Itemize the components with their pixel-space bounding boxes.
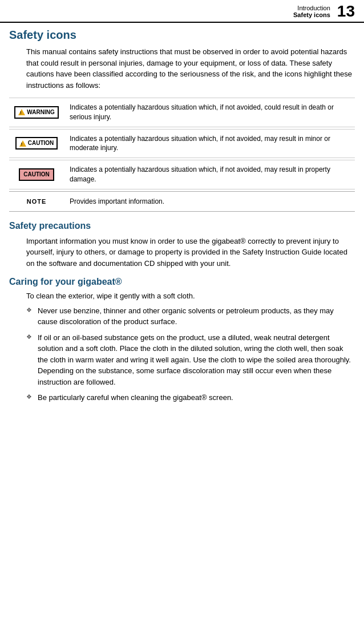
page-header: Introduction Safety icons 13 <box>0 0 364 23</box>
caution-red-badge: CAUTION <box>19 168 54 181</box>
note-badge: NOTE <box>27 198 47 205</box>
caution-yellow-row: CAUTION Indicates a potentially hazardou… <box>9 129 355 158</box>
bullet-item-2: If oil or an oil-based substance gets on… <box>26 332 355 388</box>
warning-badge: WARNING <box>14 106 58 119</box>
caution-red-badge-cell: CAUTION <box>9 160 66 189</box>
caution-yellow-badge-label: CAUTION <box>28 139 54 147</box>
note-badge-cell: NOTE <box>9 191 66 211</box>
caring-title: Caring for your gigabeat® <box>9 277 355 287</box>
safety-icons-intro: This manual contains safety instructions… <box>26 46 355 91</box>
safety-icons-title: Safety icons <box>9 29 355 42</box>
caution-red-badge-label: CAUTION <box>23 171 50 179</box>
caution-yellow-triangle-icon <box>19 140 26 147</box>
caution-red-description: Indicates a potentially hazardous situat… <box>66 160 355 189</box>
caring-intro: To clean the exterior, wipe it gently wi… <box>26 290 355 302</box>
note-row: NOTE Provides important information. <box>9 191 355 211</box>
bullet-item-1: Never use benzine, thinner and other org… <box>26 305 355 328</box>
header-intro: Introduction <box>293 5 330 11</box>
caution-red-row: CAUTION Indicates a potentially hazardou… <box>9 160 355 189</box>
warning-triangle-icon <box>18 109 25 115</box>
bullet-item-3: Be particularly careful when cleaning th… <box>26 392 355 403</box>
caring-bullet-list: Never use benzine, thinner and other org… <box>26 305 355 403</box>
note-description: Provides important information. <box>66 191 355 211</box>
warning-description: Indicates a potentially hazardous situat… <box>66 98 355 127</box>
page-number: 13 <box>337 3 355 19</box>
icon-table: WARNING Indicates a potentially hazardou… <box>9 98 355 212</box>
main-content: Safety icons This manual contains safety… <box>0 23 364 414</box>
safety-precautions-paragraph: Important information you must know in o… <box>26 236 355 269</box>
caution-yellow-description: Indicates a potentially hazardous situat… <box>66 129 355 158</box>
safety-precautions-title: Safety precautions <box>9 221 355 231</box>
warning-badge-cell: WARNING <box>9 98 66 127</box>
header-subtitle: Safety icons <box>293 11 330 18</box>
caution-yellow-badge: CAUTION <box>15 137 58 150</box>
caution-yellow-badge-cell: CAUTION <box>9 129 66 158</box>
warning-badge-label: WARNING <box>27 108 54 116</box>
warning-row: WARNING Indicates a potentially hazardou… <box>9 98 355 127</box>
